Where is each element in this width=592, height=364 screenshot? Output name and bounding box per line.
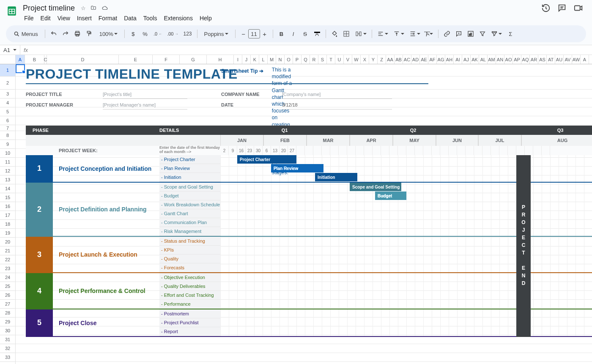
gantt-bar[interactable]: Project Charter	[237, 155, 296, 164]
bold-button[interactable]: B	[277, 28, 287, 40]
search-menus-button[interactable]: Menus	[10, 28, 41, 40]
row-header[interactable]: 5	[0, 107, 15, 116]
col-header[interactable]: B	[25, 55, 44, 64]
week-cell[interactable]	[440, 146, 449, 155]
row-header[interactable]: 33	[0, 353, 15, 362]
col-header[interactable]: AD	[411, 55, 420, 64]
merge-button[interactable]	[353, 28, 368, 40]
row-header[interactable]: 1	[0, 64, 15, 77]
week-cell[interactable]	[398, 146, 406, 155]
fill-color-button[interactable]	[329, 28, 340, 40]
detail-row[interactable]: - Quality	[159, 255, 220, 263]
row-header[interactable]: 2	[0, 77, 15, 90]
row-header[interactable]: 18	[0, 220, 15, 229]
week-cell[interactable]	[313, 146, 322, 155]
name-box[interactable]: A1	[0, 45, 20, 55]
week-cell[interactable]	[305, 146, 313, 155]
row-header[interactable]: 15	[0, 193, 15, 202]
col-header[interactable]: O	[285, 55, 293, 64]
week-cell[interactable]	[499, 146, 508, 155]
col-header[interactable]: I	[234, 55, 242, 64]
star-icon[interactable]: ☆	[81, 5, 86, 11]
week-cell[interactable]	[516, 146, 525, 155]
row-header[interactable]: 20	[0, 238, 15, 246]
week-cell[interactable]: 13	[271, 146, 280, 155]
detail-row[interactable]: - Status and Tracking	[159, 237, 220, 246]
paint-format-button[interactable]	[84, 28, 94, 40]
italic-button[interactable]: I	[288, 28, 299, 40]
undo-button[interactable]	[49, 28, 59, 40]
week-cell[interactable]	[474, 146, 482, 155]
row-header[interactable]: 4	[0, 99, 15, 107]
col-header[interactable]: R	[310, 55, 318, 64]
row-header[interactable]: 31	[0, 335, 15, 344]
week-cell[interactable]: 16	[237, 146, 246, 155]
week-cell[interactable]	[339, 146, 347, 155]
menu-data[interactable]: Data	[121, 14, 140, 23]
week-cell[interactable]	[296, 146, 305, 155]
detail-row[interactable]: - Communication Plan	[159, 218, 220, 227]
detail-row[interactable]: - Risk Management	[159, 227, 220, 236]
col-header[interactable]: AO	[504, 55, 513, 64]
row-header[interactable]: 6	[0, 116, 15, 125]
detail-row[interactable]: - Performance	[159, 300, 220, 309]
col-header[interactable]: AT	[547, 55, 555, 64]
col-header[interactable]: AJ	[462, 55, 471, 64]
col-header[interactable]: Y	[369, 55, 378, 64]
week-cell[interactable]	[457, 146, 466, 155]
week-cell[interactable]: 30	[254, 146, 263, 155]
col-header[interactable]: AA	[386, 55, 395, 64]
currency-button[interactable]: $	[128, 28, 138, 40]
menu-tools[interactable]: Tools	[140, 14, 160, 23]
col-header[interactable]: M	[268, 55, 276, 64]
week-cell[interactable]	[508, 146, 516, 155]
detail-row[interactable]: - Postmortem	[159, 309, 220, 318]
detail-row[interactable]: - Report	[159, 327, 220, 336]
strike-button[interactable]: S	[300, 28, 310, 40]
week-cell[interactable]	[482, 146, 491, 155]
row-header[interactable]: 8	[0, 131, 15, 140]
move-icon[interactable]	[90, 5, 97, 11]
col-header[interactable]: AE	[420, 55, 428, 64]
col-header[interactable]: K	[251, 55, 259, 64]
row-header[interactable]: 32	[0, 344, 15, 353]
col-header[interactable]: AR	[530, 55, 538, 64]
col-header[interactable]: AH	[445, 55, 454, 64]
decrease-decimal-button[interactable]: .0 ←	[152, 28, 164, 40]
week-cell[interactable]: 9	[229, 146, 237, 155]
col-header[interactable]: U	[335, 55, 344, 64]
week-cell[interactable]	[466, 146, 474, 155]
cloud-icon[interactable]	[101, 5, 109, 11]
row-header[interactable]: 25	[0, 282, 15, 291]
detail-row[interactable]: - Scope and Goal Setting	[159, 183, 220, 192]
detail-row[interactable]: - Project Charter	[159, 155, 220, 164]
row-header[interactable]: 3	[0, 90, 15, 99]
row-header[interactable]: 13	[0, 175, 15, 184]
menu-file[interactable]: File	[21, 14, 37, 23]
row-header[interactable]: 16	[0, 202, 15, 211]
col-header[interactable]: AP	[513, 55, 521, 64]
week-cell[interactable]: 20	[280, 146, 288, 155]
week-cell[interactable]	[449, 146, 457, 155]
menu-edit[interactable]: Edit	[38, 14, 54, 23]
row-header[interactable]: 27	[0, 300, 15, 309]
col-header[interactable]: AQ	[521, 55, 530, 64]
col-header[interactable]: W	[352, 55, 361, 64]
col-header[interactable]: D	[47, 55, 119, 64]
col-header[interactable]: V	[344, 55, 352, 64]
col-header[interactable]: X	[361, 55, 369, 64]
zoom-dropdown[interactable]: 100%	[96, 28, 121, 40]
col-header[interactable]: L	[259, 55, 268, 64]
menu-format[interactable]: Format	[96, 14, 120, 23]
menu-insert[interactable]: Insert	[74, 14, 95, 23]
col-header[interactable]: J	[242, 55, 251, 64]
col-header[interactable]: AS	[538, 55, 547, 64]
project-title-value[interactable]: [Project's title]	[103, 92, 187, 99]
row-header[interactable]: 23	[0, 264, 15, 273]
col-header[interactable]: AL	[479, 55, 488, 64]
col-header[interactable]: AC	[403, 55, 411, 64]
detail-row[interactable]: - Quality Deliverables	[159, 282, 220, 291]
halign-button[interactable]	[375, 28, 390, 40]
project-manager-value[interactable]: [Project Manager's name]	[103, 102, 187, 109]
week-cell[interactable]	[533, 146, 542, 155]
